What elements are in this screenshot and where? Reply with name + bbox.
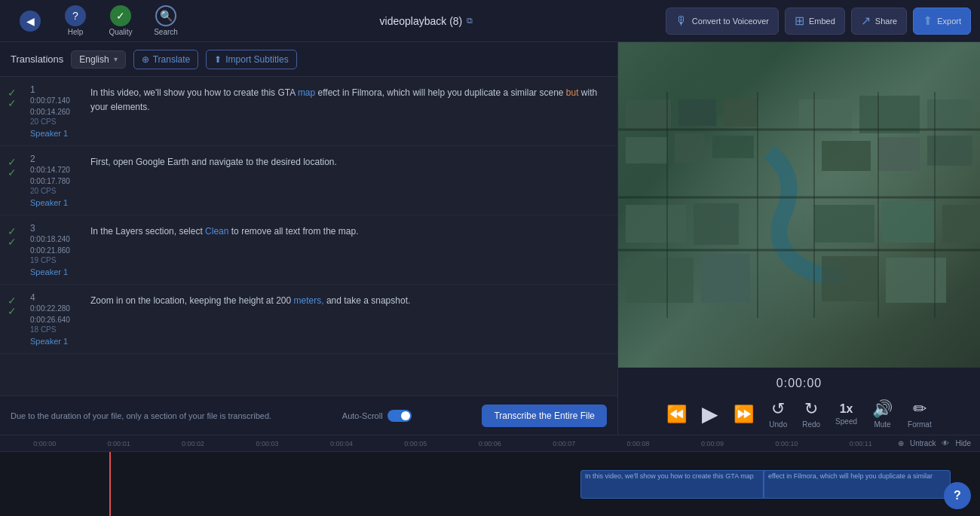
share-button[interactable]: ↗ Share: [851, 8, 907, 35]
language-chevron-icon: ▾: [114, 55, 118, 63]
search-button[interactable]: 🔍 Search: [145, 3, 187, 39]
checkmark-4: ✓✓: [8, 295, 23, 316]
table-row[interactable]: ✓✓ 2 0:00:14.720 0:00:17.780 20 CPS Spea…: [0, 146, 617, 215]
auto-scroll-toggle: Auto-Scroll: [342, 410, 412, 422]
eye-icon: 👁: [942, 439, 949, 447]
auto-scroll-switch[interactable]: [387, 410, 412, 422]
back-icon: ◀: [20, 11, 41, 32]
video-controls: 0:00:00 ⏪ ▶ ⏩ ↺ Undo ↻ Redo: [618, 368, 980, 435]
search-icon: 🔍: [155, 5, 176, 26]
svg-rect-15: [882, 201, 935, 243]
video-area: [618, 42, 980, 368]
subtitle-text-4[interactable]: Zoom in on the location, keeping the hei…: [90, 292, 607, 308]
table-row[interactable]: ✓✓ 1 0:00:07.140 0:00:14.260 20 CPS Spea…: [0, 77, 617, 146]
undo-button[interactable]: ↺ Undo: [769, 399, 787, 429]
language-selector[interactable]: English ▾: [71, 50, 125, 69]
translate-button[interactable]: ⊕ Translate: [133, 50, 199, 69]
toolbar: ◀ ? Help ✓ Quality 🔍 Search videoplaybac…: [0, 0, 980, 42]
svg-rect-4: [675, 133, 705, 163]
export-icon: ⬆: [923, 14, 933, 28]
subtitle-text-3[interactable]: In the Layers section, select Clean to r…: [90, 223, 607, 239]
svg-rect-0: [626, 99, 671, 130]
svg-rect-1: [678, 99, 716, 126]
convert-voiceover-button[interactable]: 🎙 Convert to Voiceover: [666, 8, 779, 35]
embed-button[interactable]: ⊞ Embed: [785, 8, 845, 35]
svg-rect-13: [694, 203, 739, 245]
svg-rect-16: [942, 205, 980, 243]
import-subtitles-button[interactable]: ⬆ Import Subtitles: [206, 50, 296, 69]
external-link-icon[interactable]: ⧉: [467, 16, 473, 26]
help-button[interactable]: ? Help: [54, 3, 96, 39]
transcribe-message: Due to the duration of your file, only a…: [11, 411, 271, 420]
undo-icon: ↺: [771, 399, 785, 419]
subtitle-text-1[interactable]: In this video, we'll show you how to cre…: [90, 84, 607, 114]
svg-rect-17: [626, 258, 694, 303]
untrack-button[interactable]: Untrack: [910, 439, 936, 447]
translations-title: Translations: [11, 53, 63, 65]
svg-rect-9: [822, 141, 871, 171]
toolbar-right: 🎙 Convert to Voiceover ⊞ Embed ↗ Share ⬆…: [666, 8, 971, 35]
svg-rect-10: [878, 137, 920, 171]
quality-button[interactable]: ✓ Quality: [100, 3, 142, 39]
hide-button[interactable]: Hide: [955, 439, 971, 447]
svg-rect-2: [724, 98, 758, 127]
share-icon: ↗: [861, 14, 871, 28]
left-panel: Translations English ▾ ⊕ Translate ⬆ Imp…: [0, 42, 618, 435]
back-button[interactable]: ◀: [9, 3, 51, 39]
transcribe-entire-button[interactable]: Transcribe the Entire File: [482, 405, 607, 427]
format-button[interactable]: ✏ Format: [908, 399, 932, 429]
num-col-2: 2 0:00:14.720 0:00:17.780 20 CPS Speaker…: [30, 154, 83, 207]
timeline-ruler: 0:00:00 0:00:01 0:00:02 0:00:03 0:00:04 …: [0, 440, 898, 447]
check-col-2: ✓✓: [8, 154, 23, 178]
timeline-area: 0:00:00 0:00:01 0:00:02 0:00:03 0:00:04 …: [0, 435, 980, 516]
redo-icon: ↻: [804, 399, 818, 419]
export-button[interactable]: ⬆ Export: [913, 8, 971, 35]
speaker-3[interactable]: Speaker 1: [30, 267, 83, 276]
toolbar-title: videoplayback (8) ⧉: [187, 15, 666, 27]
panel-header: Translations English ▾ ⊕ Translate ⬆ Imp…: [0, 42, 617, 77]
mute-button[interactable]: 🔊 Mute: [872, 399, 893, 429]
controls-row: ⏪ ▶ ⏩ ↺ Undo ↻ Redo 1x Speed: [618, 396, 980, 432]
timeline-track[interactable]: In this video, we'll show you how to cre…: [0, 452, 980, 516]
main-area: Translations English ▾ ⊕ Translate ⬆ Imp…: [0, 42, 980, 435]
check-col-3: ✓✓: [8, 223, 23, 247]
num-col-1: 1 0:00:07.140 0:00:14.260 20 CPS Speaker…: [30, 84, 83, 138]
svg-rect-14: [814, 205, 874, 243]
video-thumbnail: [618, 42, 980, 368]
help-fab-button[interactable]: ?: [944, 482, 971, 509]
subtitle-text-2[interactable]: First, open Google Earth and navigate to…: [90, 154, 607, 169]
num-col-3: 3 0:00:18.240 0:00:21.860 19 CPS Speaker…: [30, 223, 83, 276]
svg-rect-5: [712, 136, 754, 158]
svg-rect-19: [822, 256, 878, 301]
plus-icon: ⊕: [142, 54, 149, 65]
rewind-button[interactable]: ⏪: [666, 405, 687, 424]
table-row[interactable]: ✓✓ 4 0:00:22.280 0:00:26.640 18 CPS Spea…: [0, 285, 617, 354]
fast-forward-button[interactable]: ⏩: [733, 405, 754, 424]
svg-rect-6: [799, 99, 852, 133]
table-row[interactable]: ✓✓ 3 0:00:18.240 0:00:21.860 19 CPS Spea…: [0, 215, 617, 285]
checkmark-2: ✓✓: [8, 157, 23, 178]
voiceover-icon: 🎙: [675, 14, 688, 28]
subtitle-clip-2[interactable]: effect in Filmora, which will help you d…: [764, 470, 951, 499]
toolbar-left: ◀ ? Help ✓ Quality 🔍 Search: [9, 3, 187, 39]
svg-rect-20: [886, 258, 946, 303]
embed-icon: ⊞: [795, 14, 804, 28]
time-display: 0:00:00: [618, 374, 980, 396]
timeline-header: 0:00:00 0:00:01 0:00:02 0:00:03 0:00:04 …: [0, 435, 980, 452]
speed-icon: 1x: [840, 402, 853, 416]
speaker-4[interactable]: Speaker 1: [30, 337, 83, 346]
check-col-1: ✓✓: [8, 84, 23, 108]
svg-rect-18: [701, 254, 750, 303]
speaker-2[interactable]: Speaker 1: [30, 198, 83, 207]
svg-rect-7: [859, 96, 920, 133]
checkmark-3: ✓✓: [8, 226, 23, 247]
quality-icon: ✓: [110, 5, 131, 26]
svg-rect-12: [626, 205, 686, 243]
zoom-in-icon[interactable]: ⊕: [898, 439, 904, 447]
num-col-4: 4 0:00:22.280 0:00:26.640 18 CPS Speaker…: [30, 292, 83, 346]
play-button[interactable]: ▶: [702, 402, 718, 426]
help-icon: ?: [65, 5, 86, 26]
speaker-1[interactable]: Speaker 1: [30, 129, 83, 138]
speed-button[interactable]: 1x Speed: [835, 402, 857, 426]
redo-button[interactable]: ↻ Redo: [802, 399, 820, 429]
